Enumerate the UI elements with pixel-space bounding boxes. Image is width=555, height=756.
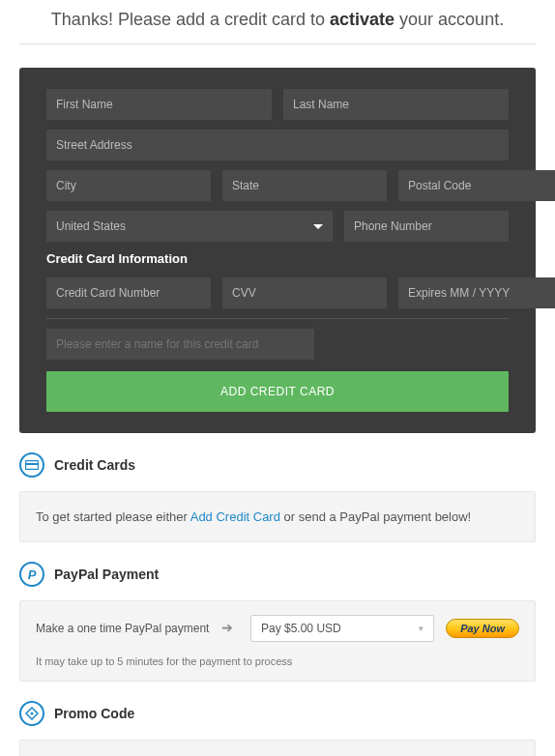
paypal-title: PayPal Payment (54, 567, 159, 582)
chevron-down-icon (313, 224, 323, 229)
svg-point-2 (31, 712, 34, 715)
street-address-field[interactable] (46, 130, 509, 160)
credit-card-form-panel: United States Credit Card Information AD… (19, 68, 536, 433)
card-name-field[interactable] (46, 329, 314, 360)
paypal-section: P PayPal Payment Make a one time PayPal … (19, 562, 536, 682)
credit-cards-title: Credit Cards (54, 457, 135, 473)
header-strong: activate (330, 10, 394, 29)
notice-prefix: To get started please either (36, 509, 190, 524)
paypal-label: Make a one time PayPal payment (36, 622, 210, 635)
pay-now-button[interactable]: Pay Now (446, 619, 519, 638)
expires-field[interactable] (398, 277, 555, 308)
last-name-field[interactable] (283, 89, 509, 120)
cvv-field[interactable] (222, 277, 387, 308)
header-prefix: Thanks! Please add a credit card to (51, 10, 330, 29)
paypal-amount-select[interactable]: Pay $5.00 USD ▾ (250, 615, 434, 642)
promo-title: Promo Code (54, 706, 134, 721)
paypal-note: It may take up to 5 minutes for the paym… (36, 655, 519, 667)
promo-icon (19, 701, 44, 726)
chevron-down-icon: ▾ (419, 624, 424, 633)
promo-section: Promo Code You have received $10.00 in c… (19, 701, 536, 756)
country-value: United States (56, 219, 126, 233)
arrow-right-icon: ➔ (221, 620, 239, 637)
page-header: Thanks! Please add a credit card to acti… (19, 10, 536, 44)
notice-suffix: or send a PayPal payment below! (280, 509, 471, 524)
country-select[interactable]: United States (46, 211, 333, 242)
credit-card-number-field[interactable] (46, 277, 211, 308)
svg-rect-1 (25, 463, 39, 465)
postal-code-field[interactable] (398, 170, 555, 201)
paypal-icon: P (19, 562, 44, 587)
header-suffix: your account. (394, 10, 504, 29)
phone-number-field[interactable] (344, 211, 509, 242)
credit-cards-section: Credit Cards To get started please eithe… (19, 452, 536, 542)
city-field[interactable] (46, 170, 211, 201)
first-name-field[interactable] (46, 89, 272, 120)
credit-card-icon (19, 452, 44, 478)
credit-card-section-label: Credit Card Information (46, 251, 509, 266)
form-divider (46, 318, 509, 319)
paypal-box: Make a one time PayPal payment ➔ Pay $5.… (19, 600, 536, 682)
state-field[interactable] (222, 170, 387, 201)
add-credit-card-button[interactable]: ADD CREDIT CARD (46, 371, 509, 412)
add-credit-card-link[interactable]: Add Credit Card (190, 509, 280, 524)
paypal-amount-value: Pay $5.00 USD (261, 622, 341, 635)
credit-cards-notice: To get started please either Add Credit … (19, 491, 536, 542)
promo-notice: You have received $10.00 in credits! (19, 740, 536, 756)
